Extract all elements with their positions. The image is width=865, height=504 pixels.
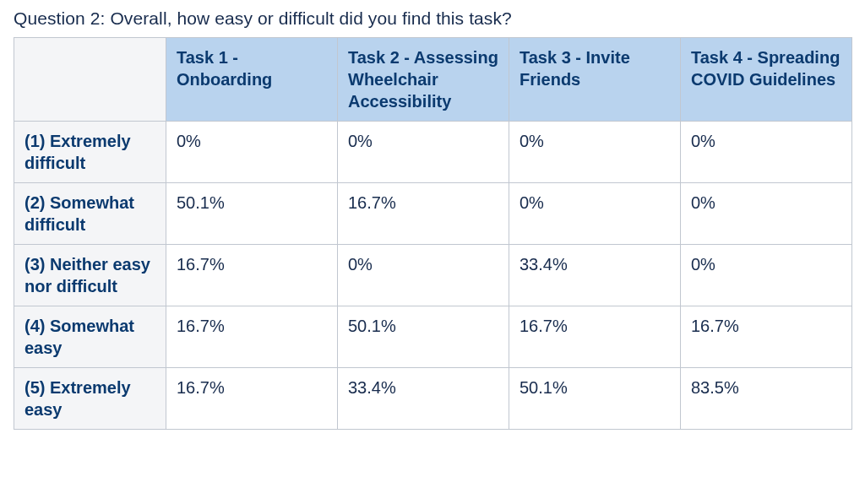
col-header-task4: Task 4 - Spreading COVID Guidelines — [681, 38, 852, 122]
cell: 16.7% — [509, 306, 681, 368]
table-header-row: Task 1 - Onboarding Task 2 - Assessing W… — [14, 38, 852, 122]
cell: 0% — [509, 183, 681, 245]
question-title: Question 2: Overall, how easy or difficu… — [14, 8, 851, 29]
cell: 16.7% — [681, 306, 852, 368]
cell: 0% — [338, 245, 509, 306]
row-header: (3) Neither easy nor difficult — [14, 245, 166, 306]
cell: 50.1% — [509, 368, 681, 430]
cell: 50.1% — [166, 183, 338, 245]
cell: 33.4% — [509, 245, 681, 306]
table-row: (2) Somewhat difficult 50.1% 16.7% 0% 0% — [14, 183, 852, 245]
cell: 33.4% — [338, 368, 509, 430]
cell: 0% — [166, 122, 338, 183]
row-header: (4) Somewhat easy — [14, 306, 166, 368]
col-header-task3: Task 3 - Invite Friends — [509, 38, 681, 122]
cell: 0% — [509, 122, 681, 183]
cell: 16.7% — [166, 306, 338, 368]
table-row: (5) Extremely easy 16.7% 33.4% 50.1% 83.… — [14, 368, 852, 430]
table-row: (3) Neither easy nor difficult 16.7% 0% … — [14, 245, 852, 306]
cell: 16.7% — [166, 368, 338, 430]
table-row: (1) Extremely difficult 0% 0% 0% 0% — [14, 122, 852, 183]
table-row: (4) Somewhat easy 16.7% 50.1% 16.7% 16.7… — [14, 306, 852, 368]
corner-cell — [14, 38, 166, 122]
row-header: (2) Somewhat difficult — [14, 183, 166, 245]
row-header: (1) Extremely difficult — [14, 122, 166, 183]
row-header: (5) Extremely easy — [14, 368, 166, 430]
cell: 50.1% — [338, 306, 509, 368]
cell: 0% — [338, 122, 509, 183]
cell: 16.7% — [166, 245, 338, 306]
cell: 83.5% — [681, 368, 852, 430]
results-table: Task 1 - Onboarding Task 2 - Assessing W… — [14, 37, 852, 430]
cell: 0% — [681, 245, 852, 306]
cell: 0% — [681, 122, 852, 183]
col-header-task1: Task 1 - Onboarding — [166, 38, 338, 122]
cell: 16.7% — [338, 183, 509, 245]
col-header-task2: Task 2 - Assessing Wheelchair Accessibil… — [338, 38, 509, 122]
cell: 0% — [681, 183, 852, 245]
